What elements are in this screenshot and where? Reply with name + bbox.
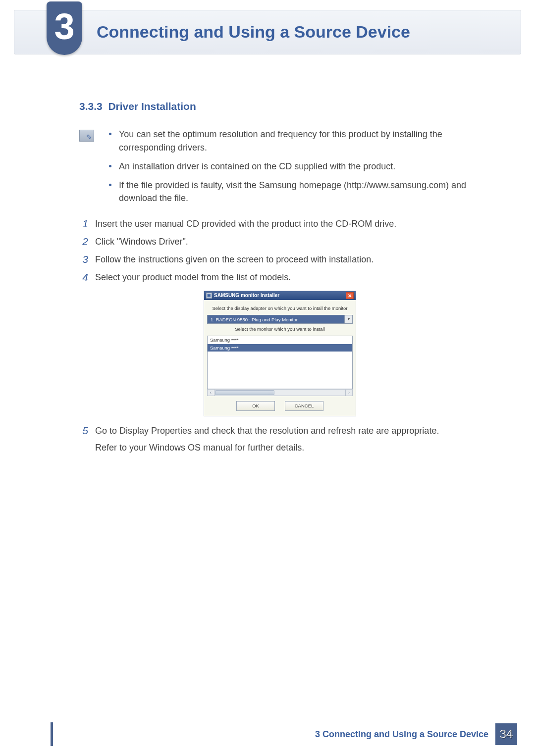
chapter-number-badge: 3 [47, 1, 82, 55]
step-number: 4 [79, 271, 88, 283]
scroll-thumb[interactable] [215, 390, 274, 395]
list-item[interactable]: Samsung **** [208, 344, 352, 352]
chapter-title: Connecting and Using a Source Device [97, 20, 410, 44]
step-text: Refer to your Windows OS manual for furt… [95, 441, 481, 454]
page-footer: 3 Connecting and Using a Source Device 3… [0, 722, 535, 746]
scroll-track[interactable] [275, 390, 345, 396]
note-icon [79, 130, 94, 142]
note-item: You can set the optimum resolution and f… [105, 128, 481, 153]
step-text: Follow the instructions given on the scr… [95, 253, 481, 266]
dialog-app-icon: ▣ [206, 293, 212, 299]
installer-dialog: ▣ SAMSUNG monitor installer ✕ Select the… [204, 291, 356, 416]
cancel-button[interactable]: CANCEL [285, 401, 323, 411]
scroll-right-icon[interactable]: › [345, 390, 352, 396]
step: 2 Click "Windows Driver". [79, 235, 481, 248]
step: 3 Follow the instructions given on the s… [79, 253, 481, 266]
step: 5 Go to Display Properties and check tha… [79, 424, 481, 458]
dialog-titlebar: ▣ SAMSUNG monitor installer ✕ [204, 291, 356, 300]
step-number: 3 [79, 253, 88, 265]
dropdown-value: 1. RADEON 9550 : Plug and Play Monitor [208, 315, 344, 323]
step-body: Go to Display Properties and check that … [95, 424, 481, 458]
section-heading: 3.3.3 Driver Installation [79, 99, 481, 114]
dialog-label: Select the display adapter on which you … [207, 305, 353, 312]
dialog-button-row: OK CANCEL [207, 401, 353, 411]
step-number: 2 [79, 236, 88, 247]
dialog-label: Select the monitor which you want to ins… [207, 326, 353, 333]
steps-list: 1 Insert the user manual CD provided wit… [79, 217, 481, 458]
section-number: 3.3.3 [79, 101, 103, 112]
page-content: 3.3.3 Driver Installation You can set th… [0, 54, 535, 458]
footer-accent [51, 722, 53, 746]
section-title: Driver Installation [108, 101, 196, 112]
step: 4 Select your product model from the lis… [79, 271, 481, 284]
page-number-box: 34 34 [495, 723, 517, 745]
page-number-shadow: 34 [496, 724, 518, 746]
close-icon[interactable]: ✕ [346, 292, 354, 299]
step-text: Click "Windows Driver". [95, 235, 481, 248]
chapter-header: 3 Connecting and Using a Source Device [14, 10, 521, 54]
step-number: 1 [79, 218, 88, 229]
chevron-down-icon[interactable]: ▾ [344, 315, 352, 323]
note-item: An installation driver is contained on t… [105, 160, 481, 173]
note-block: You can set the optimum resolution and f… [79, 128, 481, 210]
list-item[interactable]: Samsung **** [208, 336, 352, 344]
ok-button[interactable]: OK [236, 401, 275, 411]
dialog-body: Select the display adapter on which you … [204, 300, 356, 416]
step-text: Select your product model from the list … [95, 271, 481, 284]
adapter-dropdown[interactable]: 1. RADEON 9550 : Plug and Play Monitor ▾ [207, 315, 353, 324]
step-text: Insert the user manual CD provided with … [95, 217, 481, 230]
scroll-left-icon[interactable]: ‹ [208, 390, 214, 396]
footer-title: 3 Connecting and Using a Source Device [315, 728, 488, 741]
step: 1 Insert the user manual CD provided wit… [79, 217, 481, 230]
step-text: Go to Display Properties and check that … [95, 424, 481, 437]
dialog-title-text: SAMSUNG monitor installer [214, 292, 279, 300]
monitor-listbox[interactable]: Samsung **** Samsung **** [207, 336, 353, 389]
horizontal-scrollbar[interactable]: ‹ › [207, 389, 353, 396]
step-number: 5 [79, 425, 88, 436]
note-item: If the file provided is faulty, visit th… [105, 179, 481, 204]
note-list: You can set the optimum resolution and f… [105, 128, 481, 210]
chapter-number: 3 [54, 0, 74, 53]
